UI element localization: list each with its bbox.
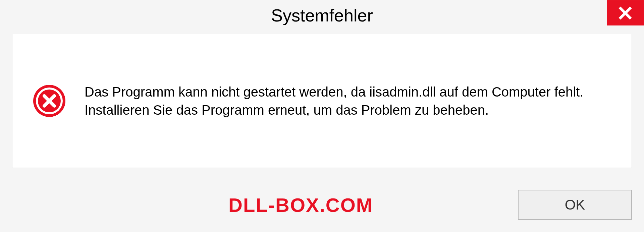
dialog-title: Systemfehler <box>271 5 373 25</box>
error-message: Das Programm kann nicht gestartet werden… <box>85 83 611 119</box>
footer: DLL-BOX.COM OK <box>0 188 644 222</box>
titlebar: Systemfehler <box>0 0 644 31</box>
system-error-dialog: Systemfehler Das Programm kann nicht ges… <box>0 0 644 232</box>
close-icon <box>618 6 632 20</box>
content-area: Das Programm kann nicht gestartet werden… <box>12 34 632 168</box>
close-button[interactable] <box>607 0 644 25</box>
error-icon <box>33 84 66 118</box>
watermark-text: DLL-BOX.COM <box>228 194 373 216</box>
ok-button[interactable]: OK <box>518 190 632 220</box>
